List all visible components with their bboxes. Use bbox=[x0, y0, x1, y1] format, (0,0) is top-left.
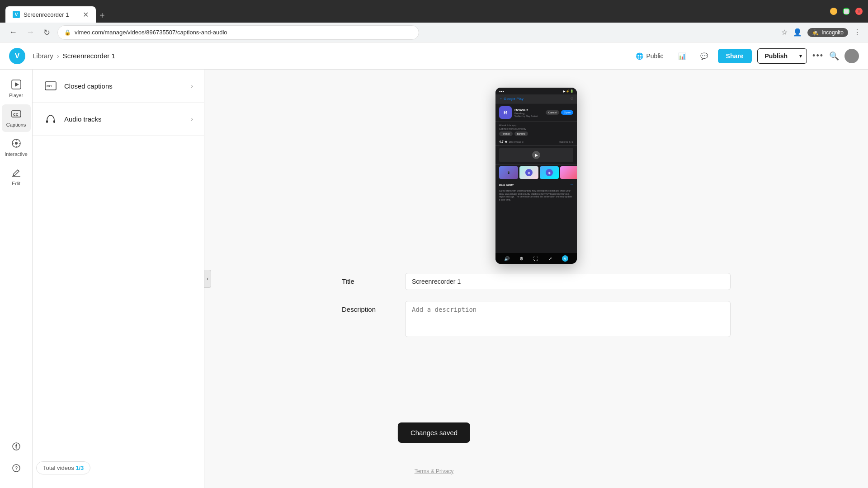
terms-link[interactable]: Terms & Privacy bbox=[415, 468, 454, 474]
lock-icon: 🔒 bbox=[64, 29, 71, 36]
window-controls: — ⬜ ✕ bbox=[830, 8, 863, 15]
new-tab-button[interactable]: + bbox=[96, 9, 108, 23]
tab-title: Screenrecorder 1 bbox=[24, 11, 69, 18]
sidebar-item-captions[interactable]: CC Captions bbox=[2, 104, 31, 132]
publish-button[interactable]: Publish bbox=[757, 48, 795, 64]
svg-text:?: ? bbox=[15, 466, 18, 471]
search-button[interactable]: 🔍 bbox=[829, 51, 839, 61]
video-preview-container: ●●● ▶ ⚡ 🔋 ← Google Play ♡ R Revolut Pend… bbox=[495, 88, 577, 264]
total-videos-badge: Total videos 1/3 bbox=[36, 461, 90, 474]
close-button[interactable]: ✕ bbox=[855, 8, 863, 15]
compass-button[interactable] bbox=[7, 437, 25, 455]
title-label: Title bbox=[342, 273, 396, 285]
description-row: Description bbox=[342, 301, 731, 337]
bookmark-button[interactable]: ☆ bbox=[781, 28, 788, 37]
terms-bar: Terms & Privacy bbox=[415, 468, 454, 474]
headphone-icon bbox=[43, 112, 58, 126]
profile-button[interactable]: 👤 bbox=[793, 28, 802, 37]
closed-captions-item[interactable]: CC Closed captions › bbox=[33, 70, 204, 103]
tab-favicon: V bbox=[13, 11, 20, 18]
address-bar-row: ← → ↻ 🔒 vimeo.com/manage/videos/89673550… bbox=[0, 23, 868, 42]
video-thumbnail: ●●● ▶ ⚡ 🔋 ← Google Play ♡ R Revolut Pend… bbox=[495, 88, 577, 264]
sidebar-interactive-label: Interactive bbox=[5, 151, 28, 157]
analytics-button[interactable]: 📊 bbox=[674, 50, 690, 62]
phone-screen: ●●● ▶ ⚡ 🔋 ← Google Play ♡ R Revolut Pend… bbox=[495, 88, 577, 264]
url-text: vimeo.com/manage/videos/896735507/captio… bbox=[75, 29, 227, 36]
breadcrumb-current: Screenrecorder 1 bbox=[63, 52, 115, 60]
library-link[interactable]: Library bbox=[33, 52, 53, 60]
more-options-button[interactable]: ••• bbox=[812, 51, 824, 61]
player-icon bbox=[11, 80, 21, 91]
browser-tabs: V Screenrecorder 1 ✕ + bbox=[5, 0, 108, 23]
comments-button[interactable]: 💬 bbox=[696, 50, 712, 62]
svg-text:CC: CC bbox=[47, 84, 52, 88]
content-panel: CC Closed captions › Audio tracks › ‹ bbox=[33, 70, 204, 488]
incognito-icon: 🕵 bbox=[812, 29, 819, 36]
vimeo-logo[interactable]: V bbox=[9, 48, 25, 64]
title-input[interactable] bbox=[405, 273, 731, 290]
svg-rect-20 bbox=[53, 120, 55, 123]
video-area: ●●● ▶ ⚡ 🔋 ← Google Play ♡ R Revolut Pend… bbox=[204, 70, 868, 488]
extensions-button[interactable]: ⋮ bbox=[854, 28, 861, 37]
svg-rect-19 bbox=[46, 120, 48, 123]
public-button[interactable]: 🌐 Public bbox=[631, 50, 668, 62]
publish-dropdown-button[interactable]: ▾ bbox=[795, 48, 807, 64]
incognito-badge: 🕵 Incognito bbox=[807, 28, 848, 37]
svg-line-10 bbox=[18, 170, 19, 171]
captions-icon: CC bbox=[11, 109, 21, 120]
sidebar-edit-label: Edit bbox=[12, 181, 20, 186]
sidebar-item-edit[interactable]: Edit bbox=[2, 163, 31, 191]
address-bar-actions: ☆ 👤 🕵 Incognito ⋮ bbox=[781, 28, 861, 37]
cc-icon: CC bbox=[43, 79, 58, 93]
edit-icon bbox=[11, 168, 21, 179]
audio-tracks-item[interactable]: Audio tracks › bbox=[33, 103, 204, 136]
audio-tracks-label: Audio tracks bbox=[64, 115, 102, 123]
header-actions: 🌐 Public 📊 💬 Share Publish ▾ ••• 🔍 bbox=[631, 48, 859, 64]
svg-marker-1 bbox=[15, 82, 19, 87]
total-videos-label: Total videos bbox=[43, 465, 74, 471]
svg-marker-14 bbox=[15, 446, 17, 450]
description-label: Description bbox=[342, 301, 396, 313]
reload-button[interactable]: ↻ bbox=[42, 26, 52, 39]
sidebar-item-interactive[interactable]: Interactive bbox=[2, 134, 31, 161]
interactive-icon bbox=[11, 138, 21, 150]
audio-tracks-chevron: › bbox=[191, 115, 193, 122]
help-button[interactable]: ? bbox=[7, 459, 25, 477]
globe-icon: 🌐 bbox=[636, 52, 643, 60]
user-avatar[interactable] bbox=[844, 49, 859, 63]
sidebar-item-player[interactable]: Player bbox=[2, 75, 31, 103]
closed-captions-label: Closed captions bbox=[64, 82, 113, 90]
analytics-icon: 📊 bbox=[678, 52, 686, 60]
sidebar-captions-label: Captions bbox=[6, 122, 26, 127]
left-sidebar: Player CC Captions Interactive Edit bbox=[0, 70, 33, 488]
browser-chrome: V Screenrecorder 1 ✕ + — ⬜ ✕ bbox=[0, 0, 868, 23]
browser-tab-active[interactable]: V Screenrecorder 1 ✕ bbox=[5, 6, 96, 23]
toast-notification: Changes saved bbox=[398, 422, 470, 443]
publish-btn-group: Publish ▾ bbox=[757, 48, 807, 64]
share-button[interactable]: Share bbox=[718, 49, 752, 63]
public-label: Public bbox=[646, 52, 663, 60]
breadcrumb-separator: › bbox=[57, 52, 59, 60]
back-button[interactable]: ← bbox=[7, 26, 19, 39]
app-header: V Library › Screenrecorder 1 🌐 Public 📊 … bbox=[0, 42, 868, 70]
breadcrumb: Library › Screenrecorder 1 bbox=[33, 52, 115, 60]
incognito-label: Incognito bbox=[821, 29, 844, 36]
svg-point-5 bbox=[15, 142, 18, 145]
info-section: Title Description bbox=[315, 264, 758, 357]
svg-text:CC: CC bbox=[13, 113, 19, 117]
sidebar-bottom: ? bbox=[7, 432, 25, 483]
tab-close-button[interactable]: ✕ bbox=[83, 10, 89, 19]
maximize-button[interactable]: ⬜ bbox=[843, 8, 850, 15]
closed-captions-chevron: › bbox=[191, 82, 193, 89]
comments-icon: 💬 bbox=[700, 52, 708, 60]
forward-button[interactable]: → bbox=[24, 26, 36, 39]
sidebar-player-label: Player bbox=[9, 93, 23, 98]
description-input[interactable] bbox=[405, 301, 731, 337]
title-row: Title bbox=[342, 273, 731, 290]
total-videos-count: 1/3 bbox=[75, 465, 84, 471]
address-bar[interactable]: 🔒 vimeo.com/manage/videos/896735507/capt… bbox=[57, 25, 419, 40]
minimize-button[interactable]: — bbox=[830, 8, 837, 15]
collapse-panel-button[interactable]: ‹ bbox=[204, 270, 211, 288]
